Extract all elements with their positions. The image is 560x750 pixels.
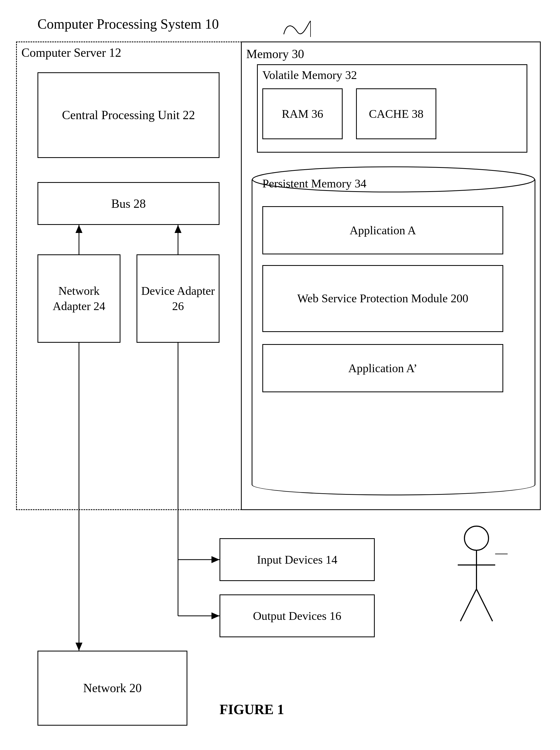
bus-label: Bus 28 bbox=[111, 197, 146, 211]
app-aprime-box: Application A’ bbox=[262, 344, 503, 392]
memory-label: Memory 30 bbox=[246, 47, 304, 61]
figure-label: FIGURE 1 bbox=[220, 702, 284, 717]
input-devices-label: Input Devices 14 bbox=[257, 553, 338, 567]
device-adapter-label: Device Adapter 26 bbox=[137, 283, 219, 314]
cpu-label: Central Processing Unit 22 bbox=[62, 107, 195, 123]
ram-box: RAM 36 bbox=[262, 88, 343, 139]
network-box: Network 20 bbox=[38, 651, 187, 726]
svg-line-5 bbox=[460, 589, 477, 621]
svg-marker-16 bbox=[212, 556, 220, 563]
svg-marker-19 bbox=[212, 612, 220, 619]
persistent-memory-label: Persistent Memory 34 bbox=[262, 177, 366, 190]
ram-label: RAM 36 bbox=[282, 107, 323, 121]
network-adapter-box: Network Adapter 24 bbox=[38, 254, 120, 343]
device-adapter-box: Device Adapter 26 bbox=[137, 254, 220, 343]
output-devices-box: Output Devices 16 bbox=[220, 594, 375, 637]
svg-line-6 bbox=[477, 589, 493, 621]
computer-server-label: Computer Server 12 bbox=[21, 45, 121, 60]
svg-text:— 18: — 18 bbox=[495, 546, 508, 560]
wspm-box: Web Service Protection Module 200 bbox=[262, 265, 503, 332]
squiggle-annotation bbox=[281, 18, 313, 40]
input-devices-box: Input Devices 14 bbox=[220, 538, 375, 581]
svg-point-2 bbox=[464, 526, 488, 550]
person-figure: — 18 bbox=[450, 525, 508, 627]
page: Computer Processing System 10 Computer S… bbox=[0, 0, 560, 750]
wspm-label: Web Service Protection Module 200 bbox=[297, 291, 468, 306]
network-label: Network 20 bbox=[83, 679, 142, 697]
cache-box: CACHE 38 bbox=[356, 88, 436, 139]
bus-box: Bus 28 bbox=[38, 182, 220, 225]
app-aprime-label: Application A’ bbox=[348, 361, 417, 375]
output-devices-label: Output Devices 16 bbox=[253, 609, 341, 623]
cache-label: CACHE 38 bbox=[369, 107, 423, 121]
app-a-box: Application A bbox=[262, 206, 503, 254]
cpu-box: Central Processing Unit 22 bbox=[38, 72, 220, 158]
app-a-label: Application A bbox=[349, 223, 416, 237]
svg-marker-13 bbox=[76, 643, 82, 651]
network-adapter-label: Network Adapter 24 bbox=[38, 283, 120, 314]
volatile-memory-label: Volatile Memory 32 bbox=[262, 68, 357, 82]
